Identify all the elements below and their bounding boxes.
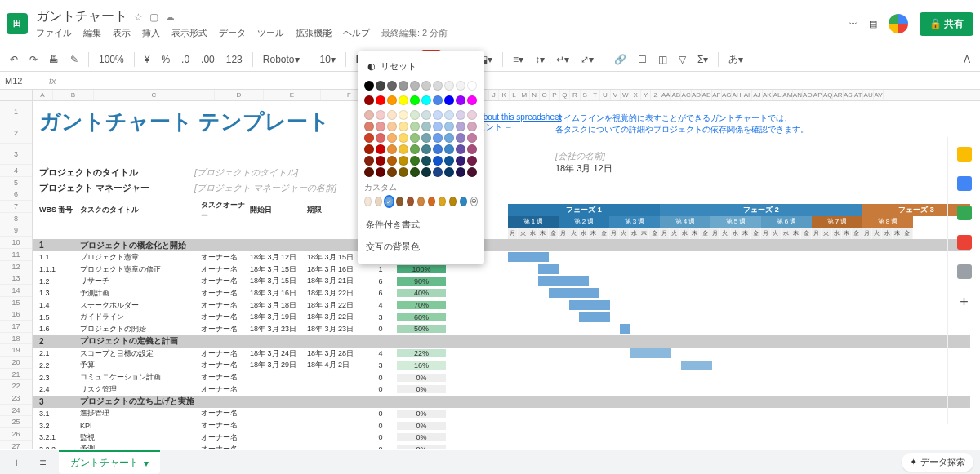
menu-extensions[interactable]: 拡張機能 xyxy=(296,27,332,39)
history-icon[interactable]: 〰 xyxy=(849,19,858,29)
menu-data[interactable]: データ xyxy=(219,27,246,39)
color-swatch[interactable] xyxy=(399,110,408,120)
all-sheets-button[interactable]: ≡ xyxy=(33,453,52,472)
reset-color-button[interactable]: ◐ リセット xyxy=(364,57,478,76)
color-swatch[interactable] xyxy=(456,144,466,154)
color-swatch[interactable] xyxy=(433,144,443,154)
table-row[interactable]: 2.3コミュニケーション計画オーナー名00% xyxy=(33,371,490,383)
color-swatch[interactable] xyxy=(410,95,420,105)
color-swatch[interactable] xyxy=(387,167,397,177)
color-swatch[interactable] xyxy=(444,122,454,131)
color-swatch[interactable] xyxy=(421,110,431,120)
color-swatch[interactable] xyxy=(410,110,420,120)
table-row[interactable]: 3.2.1監視オーナー名00% xyxy=(33,432,490,444)
table-row[interactable]: 1.3予測計画オーナー名18年 3月 16日18年 3月 22日640% xyxy=(33,287,490,299)
cloud-icon[interactable]: ☁ xyxy=(165,11,175,23)
color-swatch[interactable] xyxy=(399,81,408,91)
more-formats-button[interactable]: 123 xyxy=(223,51,246,68)
add-sheet-button[interactable]: + xyxy=(7,453,26,472)
color-swatch[interactable] xyxy=(364,122,374,131)
table-row[interactable]: 2.1スコープと目標の設定オーナー名18年 3月 24日18年 3月 28日42… xyxy=(33,348,490,360)
wrap-button[interactable]: ↵▾ xyxy=(553,51,572,68)
custom-color-swatch[interactable] xyxy=(364,197,372,206)
filter-button[interactable]: ▽ xyxy=(675,51,689,68)
calendar-icon[interactable] xyxy=(957,147,972,162)
color-swatch[interactable] xyxy=(456,156,466,166)
dec-inc-button[interactable]: .00 xyxy=(198,51,218,68)
menu-file[interactable]: ファイル xyxy=(36,27,72,39)
custom-color-swatch[interactable] xyxy=(439,197,446,206)
functions-button[interactable]: Σ▾ xyxy=(694,51,711,68)
doc-title[interactable]: ガントチャート xyxy=(36,8,127,25)
menu-tools[interactable]: ツール xyxy=(257,27,284,39)
table-row[interactable]: 2.2予算オーナー名18年 3月 29日18年 4月 2日316% xyxy=(33,360,490,372)
percent-button[interactable]: % xyxy=(158,51,173,68)
color-swatch[interactable] xyxy=(444,95,454,105)
sheet-content[interactable]: ガントチャート テンプレート About this spreadsheet ヒン… xyxy=(33,101,980,196)
custom-color-swatch[interactable]: ✓ xyxy=(385,197,393,206)
color-swatch[interactable] xyxy=(376,133,385,143)
color-swatch[interactable] xyxy=(467,95,477,105)
color-swatch[interactable] xyxy=(444,156,454,166)
color-swatch[interactable] xyxy=(410,156,420,166)
color-swatch[interactable] xyxy=(421,95,431,105)
menu-edit[interactable]: 編集 xyxy=(83,27,101,39)
zoom-select[interactable]: 100% xyxy=(96,51,127,68)
menu-insert[interactable]: 挿入 xyxy=(142,27,160,39)
color-swatch[interactable] xyxy=(410,133,420,143)
color-swatch[interactable] xyxy=(364,110,374,120)
color-swatch[interactable] xyxy=(444,133,454,143)
color-swatch[interactable] xyxy=(456,95,466,105)
color-swatch[interactable] xyxy=(467,122,477,131)
tasks-icon[interactable] xyxy=(957,206,972,220)
share-button[interactable]: 🔒 共有 xyxy=(920,12,973,36)
color-swatch[interactable] xyxy=(399,167,408,177)
alternating-colors-button[interactable]: 交互の背景色 xyxy=(364,236,478,258)
color-swatch[interactable] xyxy=(467,156,477,166)
color-swatch[interactable] xyxy=(421,122,431,131)
color-swatch[interactable] xyxy=(399,144,408,154)
color-swatch[interactable] xyxy=(387,156,397,166)
color-swatch[interactable] xyxy=(364,95,374,105)
custom-color-swatch[interactable] xyxy=(460,197,467,206)
color-swatch[interactable] xyxy=(433,81,443,91)
currency-button[interactable]: ¥ xyxy=(141,51,154,68)
color-swatch[interactable] xyxy=(444,144,454,154)
undo-button[interactable]: ↶ xyxy=(7,51,21,68)
menu-view[interactable]: 表示 xyxy=(113,27,131,39)
color-swatch[interactable] xyxy=(364,81,374,91)
color-swatch[interactable] xyxy=(433,122,443,131)
link-button[interactable]: 🔗 xyxy=(611,51,630,68)
custom-color-swatch[interactable] xyxy=(428,197,435,206)
paint-button[interactable]: ✎ xyxy=(67,51,82,68)
color-swatch[interactable] xyxy=(387,133,397,143)
custom-color-swatch[interactable] xyxy=(375,197,382,206)
color-swatch[interactable] xyxy=(399,133,408,143)
comment-button[interactable]: ☐ xyxy=(635,51,650,68)
sheet-tab[interactable]: ガントチャート ▾ xyxy=(59,450,160,474)
table-row[interactable]: 3.1進捗管理オーナー名00% xyxy=(33,408,490,420)
color-swatch[interactable] xyxy=(376,110,385,120)
add-custom-color-button[interactable]: ⊕ xyxy=(470,197,478,206)
maps-icon[interactable] xyxy=(957,264,972,279)
color-swatch[interactable] xyxy=(433,110,443,120)
color-swatch[interactable] xyxy=(376,156,385,166)
color-swatch[interactable] xyxy=(444,167,454,177)
ime-button[interactable]: あ▾ xyxy=(725,50,746,69)
dec-dec-button[interactable]: .0 xyxy=(178,51,193,68)
color-swatch[interactable] xyxy=(433,133,443,143)
color-swatch[interactable] xyxy=(421,144,431,154)
custom-color-swatch[interactable] xyxy=(449,197,457,206)
custom-color-swatch[interactable] xyxy=(417,197,425,206)
name-box[interactable]: M12 xyxy=(0,76,42,86)
color-swatch[interactable] xyxy=(456,122,466,131)
halign-button[interactable]: ≡▾ xyxy=(510,51,527,68)
color-swatch[interactable] xyxy=(364,133,374,143)
meet-icon[interactable] xyxy=(889,14,908,33)
last-edit[interactable]: 最終編集: 2 分前 xyxy=(381,27,448,39)
color-swatch[interactable] xyxy=(467,133,477,143)
table-row[interactable]: 1.4ステークホルダーオーナー名18年 3月 18日18年 3月 22日470% xyxy=(33,299,490,312)
color-swatch[interactable] xyxy=(387,95,397,105)
color-swatch[interactable] xyxy=(467,81,477,91)
font-select[interactable]: Roboto ▾ xyxy=(260,51,303,68)
